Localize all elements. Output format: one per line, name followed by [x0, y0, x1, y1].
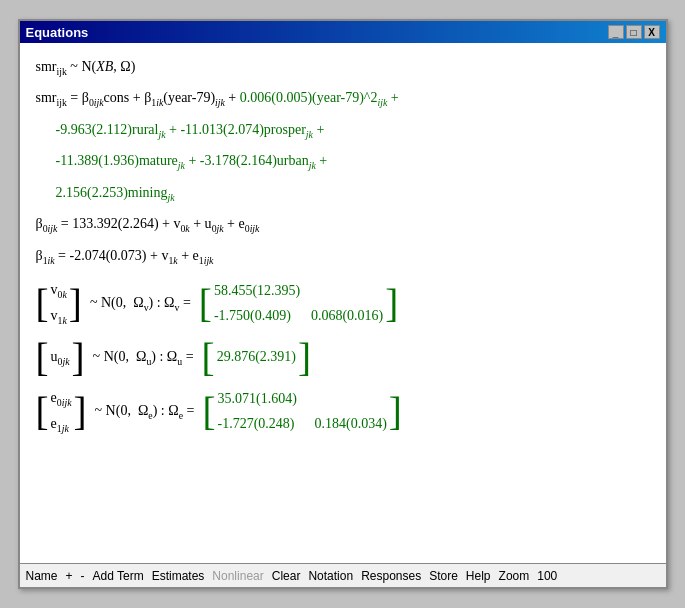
toolbar-name[interactable]: Name — [26, 569, 58, 583]
title-bar-buttons: _ □ X — [608, 25, 660, 39]
smr-eq-start: smrijk = β0ijkcons + β1ik(year-79)ijk + — [36, 90, 240, 105]
left-bracket-e: [ — [36, 392, 49, 431]
toolbar-estimates[interactable]: Estimates — [152, 569, 205, 583]
matrix-e: [ e0ijk e1jk ] ~ N(0, Ωe) : Ωe = [ 35.07… — [36, 387, 650, 436]
right-bracket-e: ] — [73, 392, 86, 431]
vector-e-row2: e1jk — [51, 413, 72, 436]
maximize-button[interactable]: □ — [626, 25, 642, 39]
toolbar-add-term[interactable]: Add Term — [93, 569, 144, 583]
vector-v-row2: v1k — [51, 305, 67, 328]
toolbar-clear[interactable]: Clear — [272, 569, 301, 583]
coeff-green4: 2.156(2.253)miningjk — [56, 185, 175, 200]
omega-v-22: 0.068(0.016) — [311, 305, 383, 327]
equation-beta1: β1ik = -2.074(0.073) + v1k + e1ijk — [36, 244, 650, 269]
equation-beta0: β0ijk = 133.392(2.264) + v0k + u0jk + e0… — [36, 212, 650, 237]
right-bracket-omega-v: ] — [385, 284, 398, 323]
vector-v-content: v0k v1k — [51, 279, 67, 328]
beta0-eq: β0ijk = 133.392(2.264) + v0k + u0jk + e0… — [36, 216, 260, 231]
toolbar-zoom-label: Zoom — [499, 569, 530, 583]
toolbar-minus[interactable]: - — [81, 569, 85, 583]
equation-line2: smrijk = β0ijkcons + β1ik(year-79)ijk + … — [36, 86, 650, 111]
u0jk-label: u0jk — [51, 346, 70, 369]
omega-e-22: 0.184(0.034) — [314, 413, 386, 435]
equation-line3: -9.963(2.112)ruraljk + -11.013(2.074)pro… — [56, 118, 650, 143]
beta1-eq: β1ik = -2.074(0.073) + v1k + e1ijk — [36, 248, 214, 263]
left-bracket-u: [ — [36, 338, 49, 377]
left-bracket-v: [ — [36, 284, 49, 323]
omega-v-row2: -1.750(0.409) 0.068(0.016) — [214, 305, 383, 327]
right-bracket-omega-e: ] — [389, 392, 402, 431]
coeff-green1: 0.006(0.005)(year-79)^2ijk + — [240, 90, 399, 105]
matrix-u: [ u0jk ] ~ N(0, Ωu) : Ωu = [ 29.876(2.39… — [36, 338, 650, 377]
right-bracket-v: ] — [69, 284, 82, 323]
toolbar: Name + - Add Term Estimates Nonlinear Cl… — [20, 563, 666, 587]
equation-line5: 2.156(2.253)miningjk — [56, 181, 650, 206]
toolbar-plus[interactable]: + — [66, 569, 73, 583]
toolbar-zoom-value[interactable]: 100 — [537, 569, 557, 583]
vector-v-row1: v0k — [51, 279, 67, 302]
omega-v-row1: 58.455(12.395) — [214, 280, 383, 302]
title-bar: Equations _ □ X — [20, 21, 666, 43]
content-area: smrijk ~ N(XB, Ω) smrijk = β0ijkcons + β… — [20, 43, 666, 563]
tilde-e: ~ N(0, Ωe) : Ωe = — [95, 400, 195, 423]
omega-e-21: -1.727(0.248) — [217, 413, 294, 435]
vector-u-row1: u0jk — [51, 346, 70, 369]
vector-e-content: e0ijk e1jk — [51, 387, 72, 436]
vector-u-content: u0jk — [51, 346, 70, 369]
toolbar-responses[interactable]: Responses — [361, 569, 421, 583]
v0k-label: v0k — [51, 279, 67, 302]
omega-u-11: 29.876(2.391) — [217, 346, 296, 368]
toolbar-store[interactable]: Store — [429, 569, 458, 583]
right-bracket-omega-u: ] — [298, 338, 311, 377]
toolbar-notation[interactable]: Notation — [308, 569, 353, 583]
right-bracket-u: ] — [72, 338, 85, 377]
toolbar-help[interactable]: Help — [466, 569, 491, 583]
tilde-v: ~ N(0, Ωv) : Ωv = — [90, 292, 191, 315]
omega-e-row2: -1.727(0.248) 0.184(0.034) — [217, 413, 386, 435]
omega-e-content: 35.071(1.604) -1.727(0.248) 0.184(0.034) — [217, 388, 386, 435]
v1k-label: v1k — [51, 305, 67, 328]
omega-u-content: 29.876(2.391) — [217, 346, 296, 368]
coeff-green2: -9.963(2.112)ruraljk + -11.013(2.074)pro… — [56, 122, 325, 137]
left-bracket-omega-e: [ — [202, 392, 215, 431]
smr-text: smrijk ~ N(XB, Ω) — [36, 59, 136, 74]
omega-v-11: 58.455(12.395) — [214, 280, 300, 302]
tilde-u: ~ N(0, Ωu) : Ωu = — [93, 346, 194, 369]
vector-e-row1: e0ijk — [51, 387, 72, 410]
minimize-button[interactable]: _ — [608, 25, 624, 39]
left-bracket-omega-v: [ — [199, 284, 212, 323]
left-bracket-omega-u: [ — [202, 338, 215, 377]
equation-line4: -11.389(1.936)maturejk + -3.178(2.164)ur… — [56, 149, 650, 174]
omega-e-11: 35.071(1.604) — [217, 388, 296, 410]
e1jk-label: e1jk — [51, 413, 69, 436]
close-button[interactable]: X — [644, 25, 660, 39]
e0ijk-label: e0ijk — [51, 387, 72, 410]
coeff-green3: -11.389(1.936)maturejk + -3.178(2.164)ur… — [56, 153, 328, 168]
omega-u-row1: 29.876(2.391) — [217, 346, 296, 368]
equation-line1: smrijk ~ N(XB, Ω) — [36, 55, 650, 80]
toolbar-nonlinear: Nonlinear — [212, 569, 263, 583]
omega-v-content: 58.455(12.395) -1.750(0.409) 0.068(0.016… — [214, 280, 383, 327]
window-title: Equations — [26, 25, 89, 40]
omega-e-row1: 35.071(1.604) — [217, 388, 386, 410]
equations-window: Equations _ □ X smrijk ~ N(XB, Ω) smrijk… — [18, 19, 668, 589]
omega-v-21: -1.750(0.409) — [214, 305, 291, 327]
matrix-v: [ v0k v1k ] ~ N(0, Ωv) : Ωv = [ 58.455(1… — [36, 279, 650, 328]
